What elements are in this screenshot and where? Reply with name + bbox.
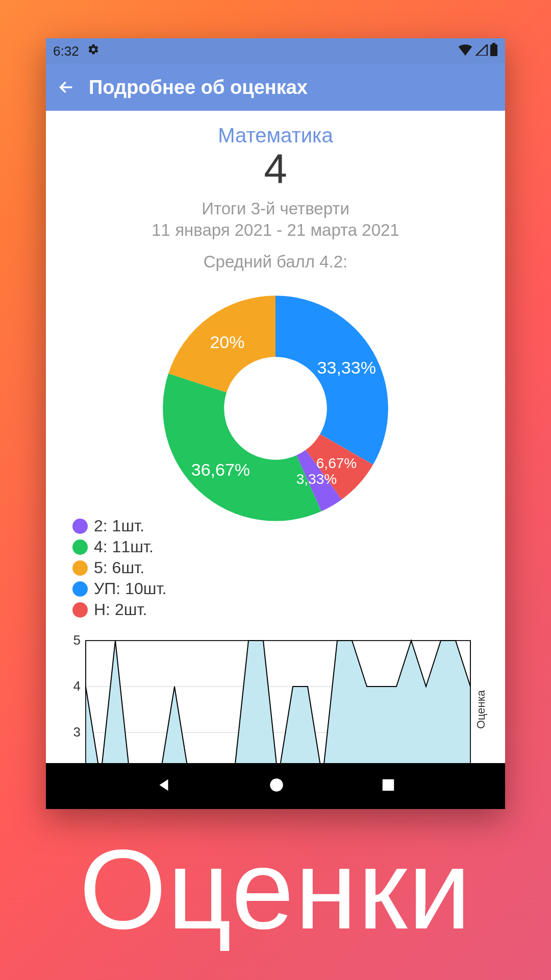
gear-icon: [87, 43, 99, 59]
svg-text:4: 4: [73, 678, 81, 694]
status-time: 6:32: [53, 43, 79, 59]
battery-icon: [490, 43, 498, 60]
legend-label: Н: 2шт.: [94, 600, 147, 619]
wifi-icon: [458, 43, 472, 59]
cell-signal-icon: [474, 43, 488, 59]
quarter-summary: Итоги 3-й четверти: [202, 199, 349, 218]
subject-name: Математика: [218, 124, 333, 147]
legend-label: 5: 6шт.: [94, 558, 144, 577]
legend-swatch: [72, 540, 88, 555]
nav-recent-icon[interactable]: [381, 777, 396, 795]
donut-slice-label: 36,67%: [191, 459, 250, 479]
donut-slice-label: 20%: [210, 332, 244, 352]
legend-row: 5: 6шт.: [72, 558, 166, 577]
donut-slice: [163, 374, 321, 521]
legend-swatch: [72, 560, 88, 576]
svg-text:5: 5: [73, 635, 81, 648]
donut-legend: 2: 1шт.4: 11шт.5: 6шт.УП: 10шт.Н: 2шт.: [72, 517, 166, 621]
back-button[interactable]: [56, 77, 77, 97]
content-area: Математика 4 Итоги 3-й четверти 11 январ…: [46, 111, 505, 763]
legend-label: УП: 10шт.: [94, 579, 166, 598]
donut-slice-label: 33,33%: [317, 357, 376, 377]
page-title: Подробнее об оценках: [89, 77, 308, 99]
android-nav-bar: [46, 763, 505, 809]
phone-frame: 6:32 Подробнее об оценках Математика 4 И…: [46, 38, 505, 809]
nav-home-icon[interactable]: [268, 776, 285, 796]
legend-row: 2: 1шт.: [72, 517, 166, 535]
svg-rect-1: [490, 44, 497, 56]
line-chart: 5432Оценка: [63, 635, 488, 763]
legend-swatch: [72, 602, 88, 618]
donut-slice-label: 6,67%: [316, 455, 357, 472]
legend-row: Н: 2шт.: [72, 600, 166, 619]
legend-label: 2: 1шт.: [94, 517, 144, 535]
promo-caption: Оценки: [0, 825, 551, 954]
legend-row: 4: 11шт.: [72, 537, 166, 556]
donut-slice-label: 3,33%: [296, 471, 337, 487]
status-bar: 6:32: [46, 38, 505, 64]
date-range: 11 января 2021 - 21 марта 2021: [152, 220, 399, 240]
legend-label: 4: 11шт.: [94, 537, 154, 556]
legend-row: УП: 10шт.: [72, 579, 166, 598]
svg-text:Оценка: Оценка: [474, 690, 487, 729]
svg-text:3: 3: [73, 724, 81, 740]
legend-swatch: [72, 581, 88, 597]
final-grade: 4: [264, 145, 287, 193]
legend-swatch: [72, 519, 88, 534]
donut-slice: [276, 296, 388, 464]
svg-rect-14: [383, 779, 394, 791]
nav-back-icon[interactable]: [155, 776, 172, 796]
donut-chart: 33,33%6,67%3,33%36,67%20%: [153, 286, 398, 531]
svg-rect-0: [492, 43, 495, 44]
app-bar: Подробнее об оценках: [46, 64, 505, 111]
average-score-label: Средний балл 4.2:: [204, 252, 348, 272]
svg-point-13: [270, 778, 283, 792]
